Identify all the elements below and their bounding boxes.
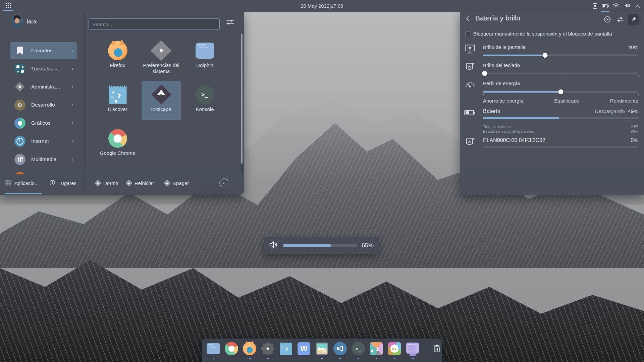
slider-tick — [638, 94, 639, 96]
launcher-footer: Aplicacio... Lugares Dormir Reiniciar Ap… — [0, 173, 244, 195]
configure-icon[interactable] — [226, 19, 235, 25]
active-tab-underline — [5, 193, 42, 194]
option-equilibrado[interactable]: Equilibrado — [554, 98, 579, 104]
speaker-icon — [269, 241, 278, 250]
sidebar-item-todas-las-aplicaciones[interactable]: Todas las a... — [10, 60, 77, 77]
dock-discover[interactable]: › — [278, 341, 293, 359]
battery-section-icon — [464, 107, 476, 118]
dock-spectacle[interactable] — [405, 341, 420, 359]
launcher-sidebar: Favoritos Todas las a... Administra... ⚙… — [0, 12, 85, 174]
app-tile-firefox[interactable]: Firefox — [98, 37, 137, 76]
battery-health-label: Estado de salud de la batería: — [483, 129, 534, 133]
peripheral-progress-bar — [483, 146, 638, 148]
app-tile-preferencias-del-sistema[interactable]: Preferencias del sistema — [142, 37, 181, 76]
dock-google-chrome[interactable] — [224, 341, 239, 359]
firefox-icon — [107, 40, 128, 61]
dock-vscode[interactable] — [333, 341, 347, 359]
search-input[interactable] — [89, 18, 220, 30]
tab-lugares[interactable]: Lugares — [49, 173, 76, 193]
power-profile-slider[interactable] — [483, 89, 638, 95]
footer-divider — [85, 175, 85, 192]
sidebar-item-graficos[interactable]: Gráficos — [10, 115, 77, 131]
dock-system-settings[interactable] — [260, 341, 275, 359]
multimedia-icon — [14, 153, 26, 165]
app-tile-konsole[interactable]: >_ Konsole — [185, 81, 224, 120]
volume-tray-button[interactable] — [624, 0, 631, 12]
discover-icon: › — [278, 341, 293, 356]
pin-button[interactable] — [628, 14, 639, 25]
dock-firefox[interactable] — [242, 341, 257, 359]
sidebar-item-desarrollo[interactable]: ⚙ Desarrollo — [10, 97, 77, 113]
discover-icon: › — [107, 84, 128, 105]
dock-trash[interactable] — [429, 341, 444, 359]
internet-icon — [14, 135, 26, 147]
option-ahorro[interactable]: Ahorro de energía — [483, 98, 524, 104]
battery-health-value: 96% — [631, 129, 638, 133]
restart-button[interactable]: Reiniciar — [126, 173, 154, 193]
app-tile-inkscape[interactable]: Inkscape — [142, 81, 181, 120]
restart-icon — [125, 179, 132, 186]
trash-icon — [429, 341, 444, 356]
grid-scrollbar-thumb[interactable] — [241, 34, 243, 164]
peripheral-value: 0% — [631, 137, 638, 143]
dock-app-store-colorful[interactable]: › — [369, 341, 384, 359]
running-indicator — [339, 358, 341, 359]
sleep-button[interactable]: Dormir — [95, 173, 118, 193]
sidebar-item-multimedia[interactable]: Multimedia — [10, 151, 77, 168]
digital-clock[interactable]: 20 May 2022|17:06 — [301, 3, 343, 9]
back-button[interactable] — [465, 16, 472, 23]
app-tile-google-chrome[interactable]: Google Chrome — [98, 125, 137, 164]
keyboard-brightness-slider[interactable] — [483, 71, 638, 76]
system-tray — [593, 0, 640, 12]
speaker-icon — [624, 3, 631, 10]
volume-value: 65% — [362, 242, 374, 249]
lock-suspend-checkbox[interactable] — [465, 31, 470, 36]
tab-aplicaciones[interactable]: Aplicacio... — [5, 173, 39, 193]
screen-brightness-label: Brillo de la pantalla — [483, 44, 526, 50]
slider-tick — [483, 94, 484, 96]
top-panel: 20 May 2022|17:06 — [0, 0, 644, 12]
slider-handle[interactable] — [543, 53, 548, 58]
slider-tick — [561, 94, 561, 96]
battery-tray-button[interactable] — [602, 0, 608, 12]
dock-photos[interactable] — [315, 341, 329, 359]
dock-konsole[interactable]: >_ — [351, 341, 366, 359]
system-settings-icon — [151, 40, 172, 61]
power-profile-label: Perfil de energía — [483, 80, 520, 86]
shutdown-button[interactable]: Apagar — [165, 173, 189, 193]
spectacle-icon — [405, 341, 420, 356]
battery-progress-bar — [483, 117, 638, 119]
dock-kvantum[interactable]: KV — [387, 341, 402, 359]
application-launcher-button[interactable] — [3, 1, 14, 11]
configure-button[interactable] — [615, 14, 626, 25]
running-indicator — [412, 358, 414, 359]
panel-title: Batería y brillo — [475, 14, 520, 22]
lock-suspend-row: Bloquear manualmente la suspensión y el … — [465, 31, 612, 37]
clipboard-tray-button[interactable] — [593, 0, 597, 12]
dolphin-icon — [195, 40, 215, 61]
dolphin-icon — [206, 341, 221, 356]
compass-icon — [49, 180, 55, 187]
screen-brightness-slider[interactable] — [483, 53, 638, 58]
network-tray-button[interactable] — [613, 0, 619, 12]
running-indicator — [267, 358, 269, 359]
sidebar-item-administracion[interactable]: Administra... — [10, 78, 77, 95]
sidebar-item-internet[interactable]: Internet — [10, 133, 77, 149]
battery-status: Descargando 49% — [595, 108, 638, 114]
colorful-arrow-app-icon: › — [369, 341, 384, 356]
expand-tray-button[interactable] — [636, 0, 640, 12]
running-indicator — [213, 358, 214, 359]
more-options-button[interactable] — [602, 14, 613, 25]
google-chrome-icon — [107, 128, 128, 149]
slider-handle[interactable] — [482, 71, 487, 76]
sidebar-item-favoritos[interactable]: Favoritos — [10, 42, 77, 59]
option-rendimiento[interactable]: Rendimiento — [610, 98, 638, 104]
grid-scrollbar-track[interactable] — [241, 34, 243, 173]
app-tile-discover[interactable]: › Discover — [98, 81, 137, 120]
chevron-right-icon — [71, 83, 73, 90]
dock-writer[interactable]: W — [297, 341, 311, 359]
running-indicator — [321, 358, 323, 359]
collapse-button[interactable]: ‹ — [219, 178, 228, 187]
dock-dolphin[interactable] — [206, 341, 221, 359]
app-tile-dolphin[interactable]: Dolphin — [185, 37, 224, 76]
